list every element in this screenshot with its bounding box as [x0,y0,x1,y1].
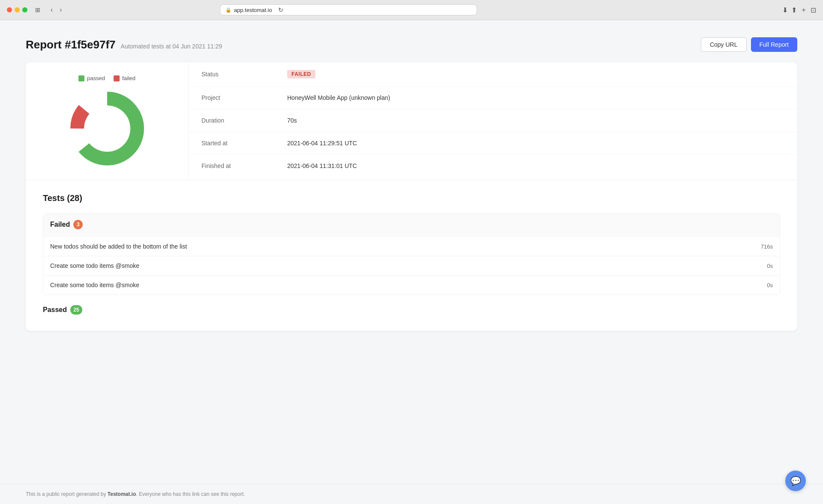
chart-section: passed failed [26,62,189,180]
traffic-lights [7,7,27,12]
back-button[interactable]: ‹ [48,5,55,15]
full-report-button[interactable]: Full Report [751,37,797,52]
passed-dot [78,75,84,81]
passed-header-row: Passed 25 [43,303,780,316]
page-wrapper: Report #1f5e97f7 Automated tests at 04 J… [0,20,823,484]
tests-section: Tests (28) Failed 3 New todos should be … [26,180,797,331]
status-label: Status [201,71,287,78]
finished-value: 2021-06-04 11:31:01 UTC [287,162,357,169]
test-duration: 0s [767,263,773,269]
finished-row: Finished at 2021-06-04 11:31:01 UTC [189,155,797,177]
new-tab-icon[interactable]: ＋ [800,6,807,15]
address-bar[interactable]: 🔒 app.testomat.io ↻ [220,4,477,15]
passed-count-badge: 25 [70,305,82,315]
sidebar-toggle[interactable]: ⊞ [33,6,43,14]
status-row: Status FAILED [189,62,797,87]
failed-header-row: Failed 3 [50,218,773,231]
windows-icon[interactable]: ⊡ [811,6,816,14]
duration-row: Duration 70s [189,109,797,132]
passed-group-label: Passed [43,306,67,314]
copy-url-button[interactable]: Copy URL [701,37,747,52]
chat-bubble[interactable]: 💬 [785,471,806,491]
project-row: Project HoneyWell Mobile App (unknown pl… [189,87,797,109]
test-name: Create some todo items @smoke [50,262,139,269]
footer-brand: Testomat.io [108,491,136,497]
header-actions: Copy URL Full Report [701,37,797,52]
chat-icon: 💬 [790,476,801,486]
project-label: Project [201,94,287,101]
test-name: New todos should be added to the bottom … [50,243,187,250]
page-footer: This is a public report generated by Tes… [0,484,823,504]
project-value: HoneyWell Mobile App (unknown plan) [287,94,390,101]
test-item[interactable]: Create some todo items @smoke 0s [43,256,780,276]
lock-icon: 🔒 [225,7,231,13]
legend-passed: passed [78,75,105,81]
started-value: 2021-06-04 11:29:51 UTC [287,140,357,147]
duration-label: Duration [201,117,287,124]
failed-group: Failed 3 New todos should be added to th… [43,213,780,295]
browser-actions: ⬇ ⬆ ＋ ⊡ [782,6,816,15]
legend-failed: failed [114,75,135,81]
page-subtitle: Automated tests at 04 Jun 2021 11:29 [121,43,222,50]
reload-button[interactable]: ↻ [278,6,283,13]
test-duration: 716s [761,243,773,250]
failed-label: failed [122,75,135,81]
close-button[interactable] [7,7,12,12]
duration-value: 70s [287,117,297,124]
page-header: Report #1f5e97f7 Automated tests at 04 J… [26,37,797,52]
details-section: Status FAILED Project HoneyWell Mobile A… [189,62,797,180]
test-name: Create some todo items @smoke [50,282,139,288]
browser-nav: ‹ › [48,5,65,15]
page-title: Report #1f5e97f7 [26,38,116,51]
tests-title: Tests (28) [43,193,780,203]
donut-chart [69,90,146,167]
url-text: app.testomat.io [234,7,272,13]
footer-text-after: . Everyone who has this link can see thi… [136,491,245,497]
failed-count-badge: 3 [73,220,83,229]
passed-group: Passed 25 [43,303,780,316]
test-item[interactable]: New todos should be added to the bottom … [43,237,780,256]
started-row: Started at 2021-06-04 11:29:51 UTC [189,132,797,155]
failed-group-header: Failed 3 [43,214,780,237]
failed-group-label: Failed [50,221,70,228]
share-icon[interactable]: ⬆ [791,6,797,14]
minimize-button[interactable] [15,7,20,12]
browser-chrome: ⊞ ‹ › 🔒 app.testomat.io ↻ ⬇ ⬆ ＋ ⊡ [0,0,823,20]
finished-label: Finished at [201,162,287,169]
test-duration: 0s [767,282,773,288]
footer-text-before: This is a public report generated by [26,491,108,497]
donut-hole [85,106,129,151]
failed-dot [114,75,120,81]
report-top: passed failed [26,62,797,180]
title-group: Report #1f5e97f7 Automated tests at 04 J… [26,38,222,51]
passed-label: passed [87,75,105,81]
test-item[interactable]: Create some todo items @smoke 0s [43,276,780,294]
forward-button[interactable]: › [57,5,64,15]
download-icon[interactable]: ⬇ [782,6,788,14]
chart-legend: passed failed [78,75,135,81]
main-card: passed failed [26,62,797,331]
maximize-button[interactable] [22,7,27,12]
status-badge: FAILED [287,70,315,78]
started-label: Started at [201,140,287,147]
